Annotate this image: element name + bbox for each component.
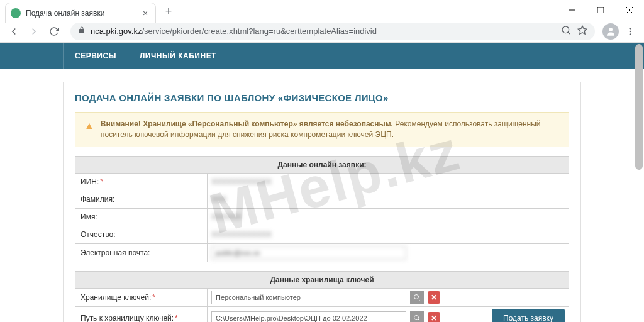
profile-avatar[interactable] [602, 23, 619, 40]
alert-bold: Внимание! Хранилище «Персональный компью… [101, 119, 393, 128]
reload-button[interactable] [45, 23, 63, 40]
address-bar[interactable]: nca.pki.gov.kz/service/pkiorder/create.x… [70, 23, 595, 40]
browser-toolbar: nca.pki.gov.kz/service/pkiorder/create.x… [0, 20, 644, 43]
submit-button[interactable]: Подать заявку [492, 309, 565, 322]
required-mark: * [100, 177, 103, 186]
label-patronymic: Отчество: [80, 230, 116, 239]
svg-point-7 [609, 28, 613, 31]
keystore-path-clear-button[interactable]: ✕ [428, 312, 440, 322]
scrollbar-thumb[interactable] [635, 44, 643, 170]
url-path: /service/pkiorder/create.xhtml?lang=ru&c… [142, 26, 377, 36]
svg-point-13 [414, 315, 419, 319]
svg-point-11 [414, 294, 419, 299]
favicon-icon [11, 8, 21, 18]
close-window-button[interactable] [615, 0, 644, 20]
required-mark: * [175, 314, 178, 322]
email-input[interactable] [211, 246, 406, 260]
nav-services[interactable]: СЕРВИСЫ [63, 43, 128, 69]
label-email: Электронная почта: [80, 248, 150, 257]
label-keystore: Хранилище ключей: [80, 293, 151, 302]
required-mark: * [152, 293, 155, 302]
page-title: ПОДАЧА ОНЛАЙН ЗАЯВКИ ПО ШАБЛОНУ «ФИЗИЧЕС… [75, 92, 569, 103]
section-keystore: Данные хранилища ключей [75, 271, 569, 289]
minimize-button[interactable] [557, 0, 586, 20]
warning-alert: ▲ Внимание! Хранилище «Персональный комп… [75, 112, 569, 147]
svg-point-4 [562, 26, 569, 33]
svg-line-14 [418, 319, 420, 321]
window-controls [557, 0, 644, 20]
svg-rect-1 [597, 7, 604, 13]
warning-icon: ▲ [84, 119, 94, 140]
menu-button[interactable] [621, 23, 639, 40]
label-surname: Фамилия: [80, 195, 114, 204]
page-viewport: СЕРВИСЫ ЛИЧНЫЙ КАБИНЕТ ПОДАЧА ОНЛАЙН ЗАЯ… [0, 43, 644, 322]
star-icon[interactable] [577, 25, 587, 37]
svg-point-9 [630, 30, 631, 32]
svg-line-5 [568, 32, 570, 34]
value-surname: XXX [211, 195, 226, 204]
form-card: ПОДАЧА ОНЛАЙН ЗАЯВКИ ПО ШАБЛОНУ «ФИЗИЧЕС… [63, 82, 581, 322]
browser-tab[interactable]: Подача онлайн заявки × [5, 3, 156, 23]
forward-button[interactable] [25, 23, 43, 40]
url-host: nca.pki.gov.kz [91, 26, 142, 36]
zoom-icon[interactable] [561, 25, 571, 37]
keystore-browse-button[interactable] [410, 291, 424, 304]
label-keystore-path: Путь к хранилищу ключей: [80, 314, 174, 322]
maximize-button[interactable] [586, 0, 615, 20]
label-iin: ИИН: [80, 177, 99, 186]
svg-marker-6 [578, 26, 586, 34]
keystore-input[interactable] [211, 291, 406, 304]
label-name: Имя: [80, 213, 97, 221]
keystore-clear-button[interactable]: ✕ [428, 291, 440, 304]
lock-icon [78, 26, 86, 36]
browser-titlebar: Подача онлайн заявки × + [0, 0, 644, 20]
value-iin: XXXXXXXXXXXX [211, 177, 272, 186]
back-button[interactable] [5, 23, 23, 40]
new-tab-button[interactable]: + [160, 3, 177, 20]
value-patronymic: XXXXXXXXXXXX [211, 230, 272, 239]
svg-point-10 [630, 33, 631, 35]
close-tab-icon[interactable]: × [140, 8, 150, 18]
nav-cabinet[interactable]: ЛИЧНЫЙ КАБИНЕТ [128, 43, 228, 69]
tab-title: Подача онлайн заявки [26, 9, 140, 18]
svg-line-12 [418, 298, 420, 300]
keystore-path-input[interactable] [211, 311, 406, 322]
keystore-path-browse-button[interactable] [410, 311, 424, 322]
svg-point-8 [630, 28, 631, 30]
section-application: Данные онлайн заявки: [75, 156, 569, 174]
value-name: XXXXXX [211, 213, 242, 221]
site-navbar: СЕРВИСЫ ЛИЧНЫЙ КАБИНЕТ [0, 43, 644, 69]
